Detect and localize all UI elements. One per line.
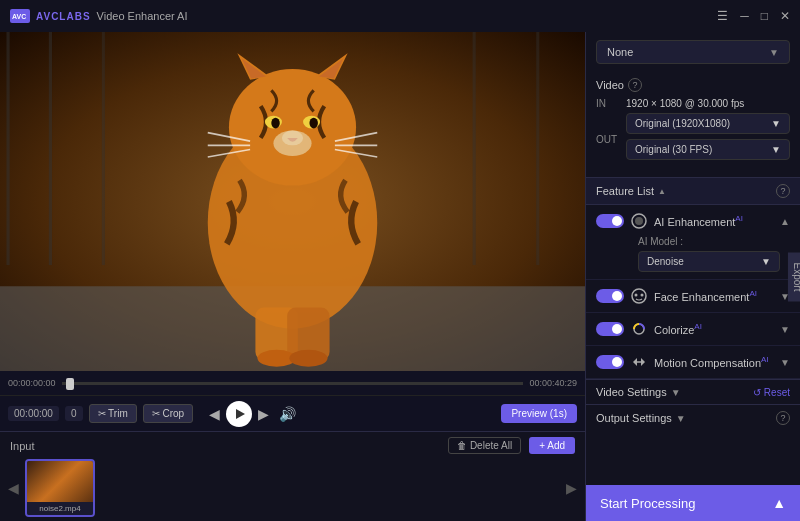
- video-title-text: Video: [596, 79, 624, 91]
- play-icon: [236, 409, 245, 419]
- video-out-row: OUT Original (1920X1080) ▼ Original (30 …: [596, 113, 790, 165]
- time-start: 00:00:00:00: [8, 378, 56, 388]
- svg-text:AVC: AVC: [12, 13, 26, 20]
- input-area: Input 🗑 Delete All + Add ◀ noise2.mp4 ▶: [0, 431, 585, 521]
- resolution-arrow: ▼: [771, 118, 781, 129]
- time-end: 00:00:40:29: [529, 378, 577, 388]
- video-section-title: Video ?: [596, 78, 790, 92]
- delete-all-button[interactable]: 🗑 Delete All: [448, 437, 521, 454]
- video-in-row: IN 1920 × 1080 @ 30.000 fps: [596, 98, 790, 109]
- export-tab[interactable]: Export: [788, 252, 800, 301]
- right-panel-scroll: None ▼ Video ? IN 1920 × 1080 @ 30.000 f…: [586, 32, 800, 485]
- feature-list-title-text: Feature List: [596, 185, 654, 197]
- video-preview: [0, 32, 585, 371]
- reset-button[interactable]: ↺ Reset: [753, 387, 790, 398]
- feature-item-face-enhancement-header: Face EnhancementAI ▼: [596, 287, 790, 305]
- preview-button[interactable]: Preview (1s): [501, 404, 577, 423]
- colorize-icon: [630, 320, 648, 338]
- play-button[interactable]: [226, 401, 252, 427]
- feature-item-colorize: ColorizeAI ▼: [586, 313, 800, 346]
- minimize-icon[interactable]: ─: [740, 9, 749, 23]
- fps-dropdown[interactable]: Original (30 FPS) ▼: [626, 139, 790, 160]
- app-title: Video Enhancer AI: [97, 10, 188, 22]
- next-frame-button[interactable]: ▶: [256, 404, 271, 424]
- timeline-track[interactable]: [62, 382, 524, 385]
- svg-point-10: [229, 69, 356, 186]
- toggle-knob-face: [612, 291, 622, 301]
- colorize-toggle[interactable]: [596, 322, 624, 336]
- svg-point-13: [271, 118, 279, 129]
- maximize-icon[interactable]: □: [761, 9, 768, 23]
- start-processing-expand-icon: ▲: [772, 495, 786, 511]
- app-logo: AVC AVCLABS: [10, 9, 91, 23]
- timeline-thumb[interactable]: [66, 378, 74, 390]
- ai-enhancement-name: AI EnhancementAI: [654, 214, 774, 228]
- fps-value: Original (30 FPS): [635, 144, 712, 155]
- scroll-right-arrow[interactable]: ▶: [566, 480, 577, 496]
- ai-model-dropdown[interactable]: Denoise ▼: [638, 251, 780, 272]
- play-controls: ◀ ▶ 🔊: [207, 401, 296, 427]
- motion-compensation-icon: [630, 353, 648, 371]
- controls-bar: 00:00:00 0 ✂ Trim ✂ Crop ◀ ▶ 🔊 Preview (…: [0, 395, 585, 431]
- input-header: Input 🗑 Delete All + Add: [0, 432, 585, 459]
- prev-frame-button[interactable]: ◀: [207, 404, 222, 424]
- window-controls: ☰ ─ □ ✕: [717, 9, 790, 23]
- clip-item[interactable]: noise2.mp4: [25, 459, 95, 517]
- toggle-knob: [612, 216, 622, 226]
- svg-rect-8: [536, 32, 539, 265]
- out-label: OUT: [596, 134, 626, 145]
- left-panel: 00:00:00:00 00:00:40:29 00:00:00 0 ✂ Tri…: [0, 32, 585, 521]
- volume-button[interactable]: 🔊: [279, 406, 296, 422]
- video-help-icon[interactable]: ?: [628, 78, 642, 92]
- close-icon[interactable]: ✕: [780, 9, 790, 23]
- colorize-collapse[interactable]: ▼: [780, 324, 790, 335]
- feature-item-colorize-header: ColorizeAI ▼: [596, 320, 790, 338]
- resolution-dropdown[interactable]: Original (1920X1080) ▼: [626, 113, 790, 134]
- scroll-left-arrow[interactable]: ◀: [8, 480, 19, 496]
- feature-list-header: Feature List ▲ ?: [586, 177, 800, 205]
- top-dropdown-section: None ▼: [586, 32, 800, 78]
- motion-compensation-toggle[interactable]: [596, 355, 624, 369]
- input-clips: noise2.mp4: [25, 459, 560, 517]
- video-settings-title: Video Settings ▼: [596, 386, 681, 398]
- main-layout: 00:00:00:00 00:00:40:29 00:00:00 0 ✂ Tri…: [0, 32, 800, 521]
- logo-text: AVCLABS: [36, 11, 91, 22]
- ai-enhancement-toggle[interactable]: [596, 214, 624, 228]
- face-enhancement-toggle[interactable]: [596, 289, 624, 303]
- top-dropdown-arrow: ▼: [769, 47, 779, 58]
- video-frame: [0, 32, 585, 371]
- clip-thumbnail: [27, 461, 93, 503]
- motion-compensation-name: Motion CompensationAI: [654, 355, 774, 369]
- fps-arrow: ▼: [771, 144, 781, 155]
- output-settings-arrow[interactable]: ▼: [676, 413, 686, 424]
- right-panel: None ▼ Video ? IN 1920 × 1080 @ 30.000 f…: [585, 32, 800, 521]
- crop-button[interactable]: ✂ Crop: [143, 404, 193, 423]
- ai-enhancement-collapse[interactable]: ▲: [780, 216, 790, 227]
- input-label: Input: [10, 440, 34, 452]
- output-settings-title: Output Settings ▼: [596, 412, 686, 424]
- top-dropdown[interactable]: None ▼: [596, 40, 790, 64]
- output-settings-help-icon[interactable]: ?: [776, 411, 790, 425]
- toggle-knob-motion: [612, 357, 622, 367]
- feature-item-ai-enhancement: AI EnhancementAI ▲ AI Model : Denoise ▼: [586, 205, 800, 280]
- feature-item-motion-compensation-header: Motion CompensationAI ▼: [596, 353, 790, 371]
- video-section: Video ? IN 1920 × 1080 @ 30.000 fps OUT …: [586, 78, 800, 177]
- motion-compensation-collapse[interactable]: ▼: [780, 357, 790, 368]
- in-value: 1920 × 1080 @ 30.000 fps: [626, 98, 744, 109]
- feature-list-help-icon[interactable]: ?: [776, 184, 790, 198]
- video-settings-arrow[interactable]: ▼: [671, 387, 681, 398]
- face-enhancement-icon: [630, 287, 648, 305]
- ai-model-value: Denoise: [647, 256, 684, 267]
- svg-point-14: [309, 118, 317, 129]
- svg-rect-6: [102, 32, 105, 265]
- trim-button[interactable]: ✂ Trim: [89, 404, 137, 423]
- clip-name: noise2.mp4: [27, 502, 93, 515]
- start-processing-bar[interactable]: Start Processing ▲: [586, 485, 800, 521]
- add-clip-button[interactable]: + Add: [529, 437, 575, 454]
- menu-icon[interactable]: ☰: [717, 9, 728, 23]
- svg-point-35: [635, 294, 638, 297]
- svg-rect-7: [473, 32, 476, 265]
- svg-rect-5: [49, 32, 52, 265]
- output-settings-section: Output Settings ▼ ?: [586, 404, 800, 431]
- feature-list-collapse-icon[interactable]: ▲: [658, 187, 666, 196]
